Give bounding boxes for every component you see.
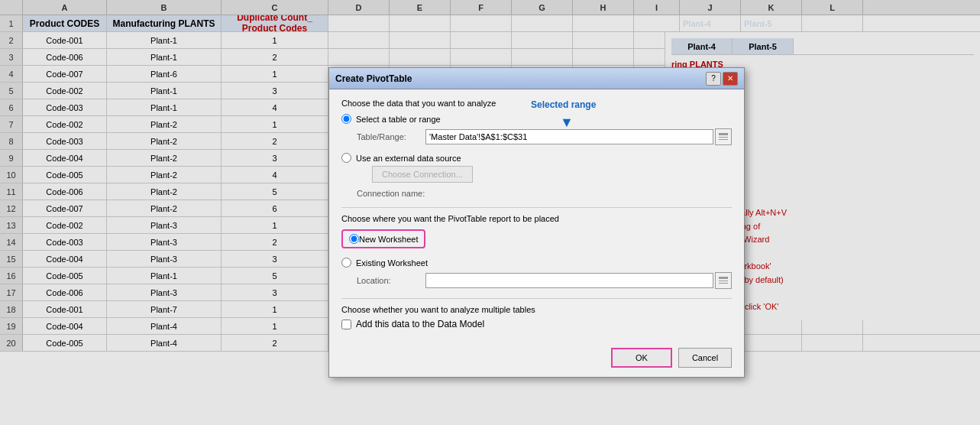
svg-rect-3 xyxy=(719,277,728,279)
dialog-help-button[interactable]: ? xyxy=(706,72,721,86)
selected-range-annotation: Selected range xyxy=(531,99,596,110)
radio1-row: Select a table or range xyxy=(341,114,732,124)
radio-external-source[interactable] xyxy=(341,153,351,163)
existing-worksheet-row: Existing Worksheet xyxy=(341,258,732,268)
table-range-label: Table/Range: xyxy=(357,132,425,141)
create-pivottable-dialog: Create PivotTable ? ✕ Choose the data th… xyxy=(328,67,745,378)
radio2-row: Use an external data source xyxy=(341,153,732,163)
svg-rect-1 xyxy=(719,137,728,138)
location-picker-button[interactable] xyxy=(715,272,732,289)
radio-existing-worksheet[interactable] xyxy=(341,258,351,268)
table-range-input[interactable] xyxy=(425,129,713,144)
add-to-model-row: Add this data to the Data Model xyxy=(341,319,732,329)
svg-rect-2 xyxy=(719,139,728,140)
dialog-body: Choose the data that you want to analyze… xyxy=(329,89,744,348)
radio2-label[interactable]: Use an external data source xyxy=(356,154,461,163)
new-worksheet-option: New Worksheet xyxy=(341,229,425,248)
existing-worksheet-label[interactable]: Existing Worksheet xyxy=(356,258,428,268)
section2-label: Choose where you want the PivotTable rep… xyxy=(341,214,732,223)
dialog-footer: OK Cancel xyxy=(329,348,744,377)
table-range-picker-button[interactable] xyxy=(715,128,732,145)
svg-rect-0 xyxy=(719,133,728,135)
new-worksheet-label[interactable]: New Worksheet xyxy=(359,235,418,244)
radio-new-worksheet[interactable] xyxy=(349,234,359,244)
add-to-model-checkbox[interactable] xyxy=(341,320,351,329)
dialog-titlebar: Create PivotTable ? ✕ xyxy=(329,68,744,89)
svg-rect-4 xyxy=(719,281,728,281)
location-input[interactable] xyxy=(425,273,713,288)
choose-connection-button[interactable]: Choose Connection... xyxy=(372,166,473,183)
cancel-button[interactable]: Cancel xyxy=(678,348,732,368)
radio-select-table[interactable] xyxy=(341,114,351,124)
svg-rect-5 xyxy=(719,283,728,284)
dialog-controls: ? ✕ xyxy=(706,72,738,86)
location-label: Location: xyxy=(357,276,425,285)
radio1-label[interactable]: Select a table or range xyxy=(356,115,441,124)
ok-button[interactable]: OK xyxy=(611,348,672,368)
location-row: Location: xyxy=(357,272,732,289)
add-to-model-label[interactable]: Add this data to the Data Model xyxy=(356,319,484,329)
dialog-close-button[interactable]: ✕ xyxy=(723,72,738,86)
conn-name-row: Connection name: xyxy=(357,189,732,198)
dialog-title: Create PivotTable xyxy=(335,73,412,84)
table-range-row: Table/Range: xyxy=(357,128,732,145)
arrow-down-icon: ▼ xyxy=(560,115,574,131)
section3-label: Choose whether you want to analyze multi… xyxy=(341,305,732,314)
